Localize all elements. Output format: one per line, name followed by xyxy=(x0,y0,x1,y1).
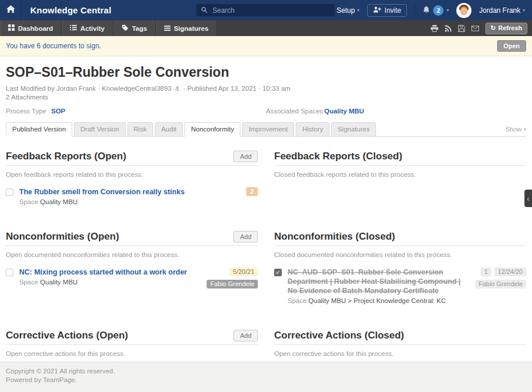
section-header: Corrective Actions (Open) Add xyxy=(6,330,258,345)
avatar[interactable] xyxy=(456,3,471,18)
list-item: The Rubber smell from Conversion really … xyxy=(6,187,258,205)
add-feedback-button[interactable]: Add xyxy=(233,151,258,162)
sections-grid: Feedback Reports (Open) Add Open feedbac… xyxy=(6,151,526,357)
subnav-label: Dashboard xyxy=(18,25,53,32)
count-badge: 1 xyxy=(481,268,491,276)
refresh-button[interactable]: ↻ Refresh xyxy=(485,23,527,34)
subnav-item-tags[interactable]: Tags xyxy=(114,20,156,36)
page-title: SOP–S01–Rubber Sole Conversion xyxy=(6,65,526,80)
associated-spaces-value[interactable]: Quality MBU xyxy=(324,108,364,115)
tab-risk[interactable]: Risk xyxy=(127,122,153,137)
notification-count-badge: 2 xyxy=(433,5,444,16)
check-icon: ✓ xyxy=(275,269,280,276)
list-item: NC: Mixing process started without a wor… xyxy=(6,268,258,288)
setup-label: Setup xyxy=(336,6,354,15)
section-header: Feedback Reports (Closed) xyxy=(274,151,526,166)
subnav-item-activity[interactable]: Activity xyxy=(62,20,114,36)
tab-published-version[interactable]: Published Version xyxy=(6,122,72,137)
section-title: Nonconformities (Open) xyxy=(6,231,119,243)
print-icon[interactable] xyxy=(431,25,438,32)
tab-improvement[interactable]: Improvement xyxy=(242,122,294,137)
search-icon xyxy=(201,5,208,16)
copyright-text: Copyright © 2021 All rights reserved. xyxy=(6,367,526,376)
open-button[interactable]: Open xyxy=(497,40,526,52)
closed-date-badge: 12/24/20 xyxy=(494,268,526,276)
meta-published: · Published Apr 13, 2021 · 10:33 am xyxy=(183,85,290,92)
subnav-item-signatures[interactable]: Signatures xyxy=(156,20,217,36)
person-plus-icon xyxy=(373,6,381,15)
section-description: Open documented nonconformities related … xyxy=(6,251,258,258)
caret-down-icon: ▾ xyxy=(523,8,525,13)
tab-draft-version[interactable]: Draft Version xyxy=(74,122,125,137)
properties-row: Process Type SOP Associated Spaces Quali… xyxy=(6,108,526,115)
collapse-panel-toggle[interactable]: ‹ xyxy=(524,190,532,207)
refresh-icon: ↻ xyxy=(491,24,496,32)
search-input[interactable] xyxy=(211,6,330,15)
section-header: Corrective Actions (Closed) xyxy=(274,330,526,345)
anchor-icon[interactable]: ⚓ xyxy=(175,85,180,92)
caret-down-icon: ▾ xyxy=(524,127,526,132)
section-description: Closed feedback reports related to this … xyxy=(274,171,526,178)
banner-message[interactable]: You have 6 documents to sign. xyxy=(6,42,101,50)
item-title-link[interactable]: NC: Mixing process started without a wor… xyxy=(19,268,201,277)
section-corrective-open: Corrective Actions (Open) Add Open corre… xyxy=(6,330,258,357)
subnav-label: Activity xyxy=(80,25,105,32)
attachments-line[interactable]: 2 Attachments xyxy=(6,93,526,102)
caret-down-icon: ▾ xyxy=(446,8,449,13)
process-type-label: Process Type xyxy=(6,108,51,115)
item-checkbox[interactable] xyxy=(6,269,13,276)
space-value: Quality MBU > Project Knowledge Central:… xyxy=(308,297,446,304)
show-dropdown[interactable]: Show ▾ xyxy=(505,126,526,136)
user-menu[interactable]: Jordan Frank ▾ xyxy=(479,6,525,15)
tab-audit[interactable]: Audit xyxy=(155,122,183,137)
section-description: Open corrective actions for this process… xyxy=(274,350,526,357)
associated-spaces-label: Associated Spaces xyxy=(266,108,324,115)
search-box xyxy=(196,4,335,16)
section-title: Corrective Actions (Open) xyxy=(6,330,128,341)
documents-to-sign-banner: You have 6 documents to sign. Open xyxy=(0,36,532,56)
invite-label: Invite xyxy=(385,6,402,15)
section-title: Feedback Reports (Closed) xyxy=(274,151,402,162)
invite-button[interactable]: Invite xyxy=(367,4,407,17)
navbar-divider xyxy=(414,3,415,17)
due-date-badge: 5/20/21 xyxy=(229,268,258,276)
process-type-value[interactable]: SOP xyxy=(51,108,65,115)
section-header: Nonconformities (Closed) xyxy=(274,231,526,246)
tab-signatures[interactable]: Signatures xyxy=(331,122,376,137)
section-nonconformities-open: Nonconformities (Open) Add Open document… xyxy=(6,231,258,304)
section-title: Feedback Reports (Open) xyxy=(6,151,126,162)
bell-icon xyxy=(423,6,430,15)
section-corrective-closed: Corrective Actions (Closed) Open correct… xyxy=(274,330,526,357)
item-title-link[interactable]: The Rubber smell from Conversion really … xyxy=(19,187,240,197)
assignee-badge: Fabio Grendele xyxy=(207,280,258,288)
add-nonconformity-button[interactable]: Add xyxy=(233,231,258,243)
item-space-line: Space Quality MBU > Project Knowledge Ce… xyxy=(288,297,469,304)
powered-by-text: Powered by TeamPage. xyxy=(6,376,526,384)
space-label: Space xyxy=(19,279,38,286)
home-button[interactable] xyxy=(0,0,22,20)
section-title: Corrective Actions (Closed) xyxy=(274,330,404,341)
meta-line: Last Modified by Jordan Frank · Knowledg… xyxy=(6,84,526,93)
item-checkbox[interactable] xyxy=(6,188,13,196)
mail-icon[interactable] xyxy=(471,26,479,31)
section-header: Nonconformities (Open) Add xyxy=(6,231,258,246)
add-corrective-action-button[interactable]: Add xyxy=(233,330,258,341)
associated-spaces: Associated Spaces Quality MBU xyxy=(266,108,526,115)
chevron-left-icon: ‹ xyxy=(527,194,529,203)
item-checkbox-checked[interactable]: ✓ xyxy=(274,269,282,276)
item-title-link[interactable]: NC–AUD–SOP–S01–Rubber Sole Conversion De… xyxy=(288,268,469,295)
save-icon[interactable] xyxy=(458,25,465,32)
navbar-right: Help ▾ Setup ▾ Invite 2 ▾ Jordan Frank ▾ xyxy=(310,3,532,18)
tab-nonconformity[interactable]: Nonconformity xyxy=(185,122,240,137)
setup-menu[interactable]: Setup ▾ xyxy=(336,6,359,15)
notifications-button[interactable]: 2 ▾ xyxy=(423,5,449,16)
sub-navbar: Dashboard Activity Tags Signatures ↻ Ref… xyxy=(0,20,532,36)
comment-count-badge[interactable]: 2 xyxy=(246,187,258,196)
section-header: Feedback Reports (Open) Add xyxy=(6,151,258,166)
tab-history[interactable]: History xyxy=(296,122,329,137)
subnav-item-dashboard[interactable]: Dashboard xyxy=(0,20,62,36)
rss-icon[interactable] xyxy=(445,25,452,32)
subnav-label: Tags xyxy=(132,25,147,32)
space-value: Quality MBU xyxy=(40,279,78,286)
home-icon xyxy=(6,5,15,16)
